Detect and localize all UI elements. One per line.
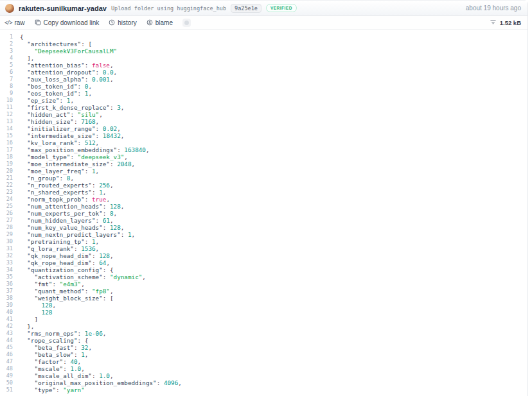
line-number[interactable]: 30 — [0, 238, 13, 245]
line-number[interactable]: 16 — [0, 139, 13, 146]
code-text: "fmt": "e4m3", — [13, 280, 85, 288]
line-number[interactable]: 11 — [0, 104, 13, 111]
line-number[interactable]: 43 — [0, 330, 13, 337]
code-text: "n_group": 8, — [13, 175, 74, 182]
line-number[interactable]: 14 — [0, 125, 13, 132]
raw-button[interactable]: </> raw — [4, 19, 25, 26]
code-line: 32 "qk_nope_head_dim": 128, — [0, 252, 528, 259]
line-number[interactable]: 26 — [0, 210, 13, 217]
code-line: 44 "rope_scaling": { — [0, 337, 528, 344]
raw-button-label: raw — [14, 19, 24, 26]
line-number[interactable]: 28 — [0, 224, 13, 231]
line-number[interactable]: 33 — [0, 259, 13, 266]
line-number[interactable]: 47 — [0, 358, 13, 365]
line-number[interactable]: 4 — [0, 55, 13, 62]
line-number[interactable]: 21 — [0, 175, 13, 182]
line-number[interactable]: 32 — [0, 252, 13, 259]
line-number[interactable]: 37 — [0, 288, 13, 295]
line-number[interactable]: 41 — [0, 316, 13, 323]
line-number[interactable]: 13 — [0, 118, 13, 125]
commit-hash-badge[interactable]: 9a25e1e — [231, 4, 262, 13]
line-number[interactable]: 44 — [0, 337, 13, 344]
commit-author-link[interactable]: rakuten-sunilkumar-yadav — [19, 4, 107, 12]
code-line: 21 "n_group": 8, — [0, 175, 528, 182]
line-number[interactable]: 51 — [0, 386, 13, 393]
code-line: 15 "intermediate_size": 18432, — [0, 132, 528, 139]
line-number[interactable]: 2 — [0, 40, 13, 47]
code-line: 1{ — [0, 33, 528, 40]
code-text: "num_experts_per_tok": 8, — [13, 210, 117, 217]
code-text: "original_max_position_embeddings": 4096… — [13, 379, 182, 386]
code-line: 8 "bos_token_id": 0, — [0, 83, 528, 90]
line-number[interactable]: 50 — [0, 379, 13, 386]
line-number[interactable]: 20 — [0, 168, 13, 175]
line-number[interactable]: 7 — [0, 76, 13, 83]
code-line: 20 "moe_layer_freq": 1, — [0, 168, 528, 175]
line-number[interactable]: 29 — [0, 231, 13, 238]
code-text: "initializer_range": 0.02, — [13, 125, 121, 132]
code-text: "beta_fast": 32, — [13, 344, 92, 351]
code-line: 25 "num_attention_heads": 128, — [0, 203, 528, 210]
code-line: 46 "beta_slow": 1, — [0, 351, 528, 358]
code-text: "hidden_size": 7168, — [13, 118, 99, 125]
line-number[interactable]: 36 — [0, 280, 13, 288]
copy-download-link-label: Copy download link — [44, 19, 100, 26]
code-line: 14 "initializer_range": 0.02, — [0, 125, 528, 132]
code-line: 19 "moe_intermediate_size": 2048, — [0, 160, 528, 168]
history-button[interactable]: history — [109, 19, 136, 26]
line-number[interactable]: 8 — [0, 83, 13, 90]
code-text: "eos_token_id": 1, — [13, 90, 92, 97]
code-line: 26 "num_experts_per_tok": 8, — [0, 210, 528, 217]
code-line: 16 "kv_lora_rank": 512, — [0, 139, 528, 146]
code-text: "aux_loss_alpha": 0.001, — [13, 76, 114, 83]
line-number[interactable]: 6 — [0, 69, 13, 76]
code-brackets-icon: </> — [4, 20, 12, 26]
code-line: 51 "type": "yarn" — [0, 386, 528, 393]
code-text: "rope_scaling": { — [13, 337, 88, 344]
line-number[interactable]: 23 — [0, 189, 13, 196]
line-number[interactable]: 22 — [0, 182, 13, 189]
line-number[interactable]: 12 — [0, 111, 13, 118]
blame-button[interactable]: blame — [146, 19, 173, 26]
line-number[interactable]: 15 — [0, 132, 13, 139]
line-number[interactable]: 3 — [0, 47, 13, 55]
line-number[interactable]: 17 — [0, 146, 13, 153]
line-number[interactable]: 19 — [0, 160, 13, 168]
code-line: 28 "num_key_value_heads": 128, — [0, 224, 528, 231]
line-number[interactable]: 9 — [0, 90, 13, 97]
code-text: "intermediate_size": 18432, — [13, 132, 124, 139]
history-button-label: history — [118, 19, 136, 26]
code-text: "qk_rope_head_dim": 64, — [13, 259, 110, 266]
line-number[interactable]: 46 — [0, 351, 13, 358]
line-number[interactable]: 42 — [0, 323, 13, 330]
commit-message-link[interactable]: Upload folder using huggingface_hub — [111, 5, 226, 12]
bot-contributor-icon[interactable] — [182, 19, 191, 27]
code-line: 43 "rms_norm_eps": 1e-06, — [0, 330, 528, 337]
line-number[interactable]: 45 — [0, 344, 13, 351]
copy-download-link-button[interactable]: Copy download link — [35, 19, 100, 26]
line-number[interactable]: 25 — [0, 203, 13, 210]
line-number[interactable]: 40 — [0, 309, 13, 316]
code-text: "rms_norm_eps": 1e-06, — [13, 330, 106, 337]
code-text: "n_routed_experts": 256, — [13, 182, 114, 189]
code-view: 1{2 "architectures": [3 "DeepseekV3ForCa… — [0, 30, 528, 393]
code-line: 33 "qk_rope_head_dim": 64, — [0, 259, 528, 266]
line-number[interactable]: 31 — [0, 245, 13, 252]
line-number[interactable]: 48 — [0, 365, 13, 372]
line-number[interactable]: 10 — [0, 97, 13, 104]
line-number[interactable]: 18 — [0, 153, 13, 160]
line-number[interactable]: 1 — [0, 33, 13, 40]
line-number[interactable]: 5 — [0, 62, 13, 69]
author-avatar[interactable] — [5, 4, 14, 13]
code-text: "model_type": "deepseek_v3", — [13, 153, 128, 160]
line-number[interactable]: 24 — [0, 196, 13, 203]
line-number[interactable]: 39 — [0, 302, 13, 309]
code-text: }, — [13, 323, 34, 330]
copy-icon — [35, 19, 41, 26]
file-size-lines-icon — [490, 19, 497, 26]
line-number[interactable]: 38 — [0, 295, 13, 302]
line-number[interactable]: 34 — [0, 266, 13, 273]
line-number[interactable]: 27 — [0, 217, 13, 224]
line-number[interactable]: 35 — [0, 273, 13, 280]
line-number[interactable]: 49 — [0, 372, 13, 379]
